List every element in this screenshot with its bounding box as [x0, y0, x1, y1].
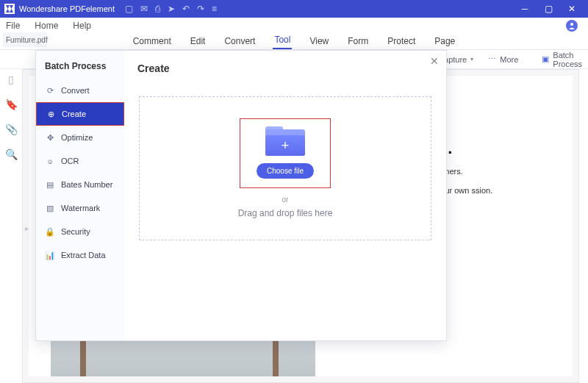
dialog-close-button[interactable]: ✕	[430, 55, 439, 67]
svg-point-0	[570, 23, 573, 26]
open-icon[interactable]: ▢	[125, 4, 133, 14]
tab-edit[interactable]: Edit	[189, 35, 207, 49]
watermark-icon: ▧	[45, 203, 55, 213]
sidebar-item-ocr[interactable]: ⌾OCR	[36, 149, 124, 173]
tab-form[interactable]: Form	[346, 35, 370, 49]
file-drop-zone[interactable]: + Choose file or Drag and drop files her…	[139, 96, 431, 240]
attachment-icon[interactable]: 📎	[5, 124, 18, 135]
choose-file-button[interactable]: Choose file	[257, 163, 314, 179]
undo-icon[interactable]: ↶	[182, 4, 190, 14]
dialog-title: Create	[124, 51, 446, 79]
ribbon-tabs: Comment Edit Convert Tool View Form Prot…	[0, 34, 588, 50]
more-button[interactable]: ⋯More	[482, 54, 523, 65]
redo-icon[interactable]: ↷	[197, 4, 204, 14]
sidebar-item-bates[interactable]: ▤Bates Number	[36, 173, 124, 196]
sidebar-item-watermark[interactable]: ▧Watermark	[36, 196, 124, 220]
app-logo	[4, 4, 15, 14]
choose-file-frame: + Choose file	[240, 118, 331, 188]
tab-tool[interactable]: Tool	[273, 33, 292, 49]
print-icon[interactable]: ⎙	[155, 4, 160, 14]
document-tab[interactable]: Furniture.pdf	[3, 32, 47, 47]
menu-home[interactable]: Home	[35, 21, 58, 31]
create-icon: ⊕	[46, 109, 56, 119]
user-avatar[interactable]	[566, 20, 578, 32]
dialog-main: ✕ Create + Choose file or Drag and drop …	[124, 51, 446, 340]
sidebar-item-create[interactable]: ⊕Create	[36, 102, 124, 126]
more-icon: ⋯	[487, 54, 497, 65]
bookmark-icon[interactable]: 🔖	[5, 99, 18, 110]
ocr-icon: ⌾	[45, 156, 55, 166]
chevron-down-icon: ▾	[470, 56, 473, 62]
dialog-sidebar: Batch Process ⟳Convert ⊕Create ✥Optimize…	[36, 51, 124, 340]
search-icon[interactable]: 🔍	[5, 148, 18, 160]
menu-help[interactable]: Help	[73, 21, 91, 31]
sidebar-item-extract[interactable]: 📊Extract Data	[36, 243, 124, 267]
bates-icon: ▤	[45, 179, 55, 190]
tab-view[interactable]: View	[308, 35, 330, 49]
share-icon[interactable]: ➤	[168, 4, 175, 14]
dialog-sidebar-title: Batch Process	[36, 58, 124, 79]
window-controls: ─ ▢ ✕	[513, 0, 584, 18]
panel-collapse-handle[interactable]: ▸	[24, 221, 29, 235]
tab-page[interactable]: Page	[433, 35, 456, 49]
quick-access-toolbar: ▢ ✉ ⎙ ➤ ↶ ↷ ≡	[125, 4, 217, 14]
menu-file[interactable]: File	[6, 21, 20, 31]
menu-bar: File Home Help	[0, 18, 588, 34]
sidebar-item-security[interactable]: 🔒Security	[36, 220, 124, 243]
folder-icon: +	[265, 126, 305, 156]
optimize-icon: ✥	[45, 132, 55, 143]
tab-protect[interactable]: Protect	[386, 35, 417, 49]
close-button[interactable]: ✕	[560, 0, 584, 18]
customize-icon[interactable]: ≡	[212, 4, 217, 14]
or-separator: or	[282, 196, 289, 204]
tab-comment[interactable]: Comment	[132, 35, 173, 49]
sidebar-item-optimize[interactable]: ✥Optimize	[36, 126, 124, 149]
title-bar: Wondershare PDFelement ▢ ✉ ⎙ ➤ ↶ ↷ ≡ ─ ▢…	[0, 0, 588, 18]
sidebar-item-convert[interactable]: ⟳Convert	[36, 79, 124, 102]
mail-icon[interactable]: ✉	[140, 4, 148, 14]
batch-icon: ▣	[542, 54, 549, 64]
maximize-button[interactable]: ▢	[537, 0, 560, 18]
drop-hint: Drag and drop files here	[238, 208, 333, 218]
app-title: Wondershare PDFelement	[19, 4, 115, 13]
chart-icon: 📊	[45, 250, 55, 260]
batch-process-button[interactable]: ▣Batch Process	[542, 51, 588, 68]
thumbnail-icon[interactable]: ▯	[8, 74, 14, 85]
tab-convert[interactable]: Convert	[223, 35, 257, 49]
refresh-icon: ⟳	[45, 85, 55, 96]
lock-icon: 🔒	[45, 226, 55, 237]
minimize-button[interactable]: ─	[513, 0, 537, 18]
left-rail: ▯ 🔖 📎 🔍	[0, 69, 22, 160]
batch-process-dialog: Batch Process ⟳Convert ⊕Create ✥Optimize…	[35, 50, 447, 341]
